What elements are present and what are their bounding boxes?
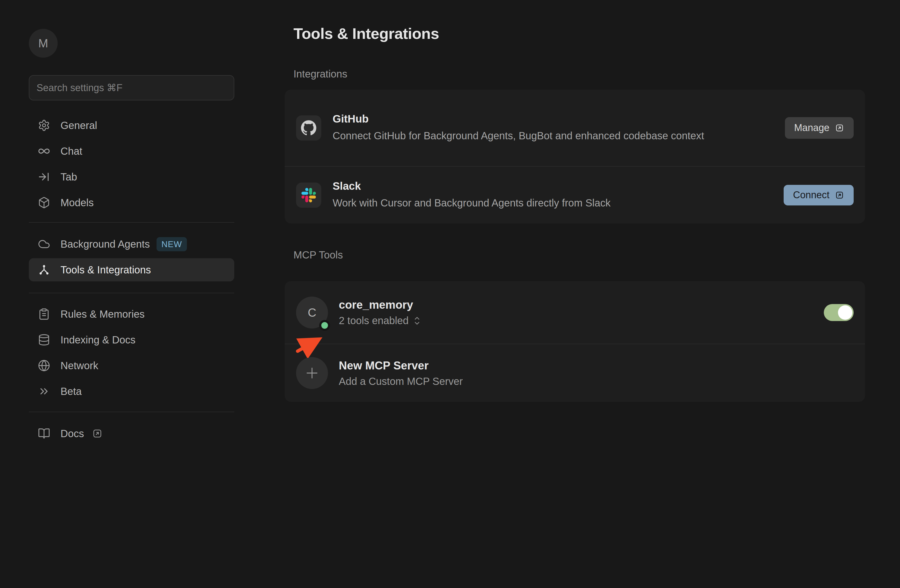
divider: [29, 412, 234, 412]
sidebar-item-label: Rules & Memories: [61, 309, 145, 320]
sidebar-item-network[interactable]: Network: [29, 353, 234, 379]
sidebar-item-tools-integrations[interactable]: Tools & Integrations: [29, 258, 234, 281]
sidebar-item-label: Docs: [61, 428, 84, 439]
divider: [29, 222, 234, 223]
new-mcp-server-subtitle: Add a Custom MCP Server: [339, 375, 853, 387]
sidebar-item-label: Background Agents: [61, 238, 150, 250]
sidebar-item-chat[interactable]: Chat: [29, 138, 234, 164]
sidebar-item-label: Indexing & Docs: [61, 334, 135, 346]
mcp-tools-enabled[interactable]: 2 tools enabled: [339, 315, 824, 327]
integrations-card: GitHub Connect GitHub for Background Age…: [285, 90, 865, 223]
mcp-card: C core_memory 2 tools enabled: [285, 281, 865, 402]
slack-icon: [296, 183, 321, 208]
external-link-icon: [92, 428, 103, 439]
divider: [29, 293, 234, 293]
database-icon: [38, 334, 50, 346]
settings-sidebar: M General Chat Tab Models: [29, 29, 234, 447]
toggle-knob: [838, 305, 852, 320]
github-icon: [296, 115, 321, 141]
core-memory-toggle[interactable]: [824, 304, 853, 321]
sidebar-item-beta[interactable]: Beta: [29, 379, 234, 404]
slack-text: Slack Work with Cursor and Background Ag…: [333, 180, 784, 210]
sidebar-nav-config: Rules & Memories Indexing & Docs Network…: [29, 301, 234, 404]
mcp-server-avatar: C: [296, 296, 328, 329]
connect-button-label: Connect: [793, 189, 829, 200]
cube-icon: [38, 196, 50, 209]
sidebar-item-label: Tab: [61, 171, 77, 183]
sidebar-item-rules-memories[interactable]: Rules & Memories: [29, 301, 234, 327]
sidebar-nav-primary: General Chat Tab Models: [29, 113, 234, 216]
mcp-server-text: core_memory 2 tools enabled: [339, 298, 824, 327]
sidebar-item-label: General: [61, 120, 97, 131]
connect-button[interactable]: Connect: [784, 185, 853, 205]
cloud-icon: [38, 238, 50, 250]
book-icon: [38, 427, 50, 440]
manage-button[interactable]: Manage: [785, 117, 853, 139]
external-link-icon: [835, 123, 844, 133]
sidebar-item-label: Beta: [61, 386, 82, 397]
sidebar-item-label: Network: [61, 360, 98, 371]
integration-title: GitHub: [333, 113, 785, 125]
sidebar-item-label: Chat: [61, 146, 82, 157]
integration-description: Work with Cursor and Background Agents d…: [333, 195, 734, 210]
new-mcp-server-text: New MCP Server Add a Custom MCP Server: [339, 359, 853, 387]
sidebar-item-label: Tools & Integrations: [61, 264, 151, 276]
integration-title: Slack: [333, 180, 784, 192]
mcp-server-row: C core_memory 2 tools enabled: [285, 281, 865, 344]
page-title: Tools & Integrations: [293, 25, 865, 42]
mcp-section-label: MCP Tools: [293, 249, 865, 261]
integration-row-github: GitHub Connect GitHub for Background Age…: [285, 90, 865, 166]
integration-description: Connect GitHub for Background Agents, Bu…: [333, 128, 734, 143]
sidebar-item-general[interactable]: General: [29, 113, 234, 138]
new-badge: NEW: [157, 237, 187, 251]
mcp-tools-enabled-label: 2 tools enabled: [339, 315, 408, 326]
sidebar-item-label: Models: [61, 197, 94, 208]
sidebar-nav-footer: Docs: [29, 420, 234, 447]
chevron-up-down-icon: [413, 315, 421, 327]
external-link-icon: [835, 190, 844, 200]
mcp-server-name: core_memory: [339, 298, 824, 311]
search-settings-input[interactable]: [29, 75, 234, 101]
sidebar-item-docs[interactable]: Docs: [29, 420, 234, 447]
avatar-initial: M: [38, 36, 48, 50]
sidebar-nav-agents: Background Agents NEW Tools & Integratio…: [29, 231, 234, 281]
user-avatar[interactable]: M: [29, 29, 57, 58]
plus-icon: [296, 357, 328, 389]
new-mcp-server-row[interactable]: New MCP Server Add a Custom MCP Server: [285, 344, 865, 402]
arrow-to-line-icon: [38, 171, 50, 183]
settings-main: Tools & Integrations Integrations GitHub…: [285, 0, 865, 402]
nodes-icon: [38, 264, 50, 276]
sidebar-item-indexing-docs[interactable]: Indexing & Docs: [29, 327, 234, 353]
chevrons-right-icon: [38, 385, 50, 397]
github-text: GitHub Connect GitHub for Background Age…: [333, 113, 785, 143]
integrations-section-label: Integrations: [293, 68, 865, 80]
clipboard-icon: [38, 308, 50, 320]
infinity-icon: [38, 145, 50, 157]
gear-icon: [38, 119, 50, 132]
mcp-server-initial: C: [308, 306, 316, 320]
sidebar-item-tab[interactable]: Tab: [29, 164, 234, 190]
sidebar-item-background-agents[interactable]: Background Agents NEW: [29, 231, 234, 257]
globe-icon: [38, 359, 50, 372]
manage-button-label: Manage: [794, 122, 829, 133]
new-mcp-server-title: New MCP Server: [339, 359, 853, 372]
status-dot-connected: [319, 320, 330, 331]
integration-row-slack: Slack Work with Cursor and Background Ag…: [285, 166, 865, 223]
sidebar-item-models[interactable]: Models: [29, 190, 234, 216]
